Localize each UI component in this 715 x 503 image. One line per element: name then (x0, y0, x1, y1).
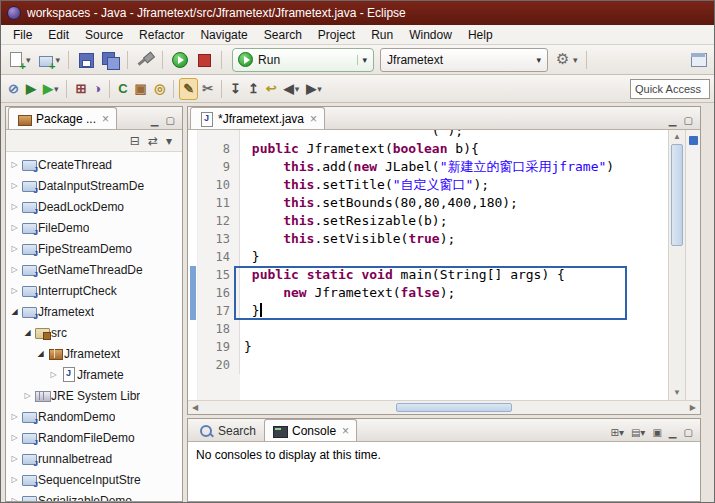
tree-item-jframetext[interactable]: ◢Jframetext (6, 343, 182, 364)
display-selected-console-icon[interactable]: ▤▾ (629, 427, 647, 438)
code-line[interactable]: ("); (198, 130, 668, 140)
expand-arrow-icon[interactable]: ▷ (21, 391, 34, 400)
overview-marker[interactable] (689, 136, 698, 145)
run-last-launched-button[interactable]: ▶▾ (40, 78, 62, 100)
minimize-view-icon[interactable]: ▁ (149, 115, 161, 126)
close-view-icon[interactable]: × (102, 113, 109, 125)
back-button[interactable]: ◀▾ (281, 78, 303, 100)
maximize-view-icon[interactable]: ▢ (164, 115, 177, 126)
last-edit-location-button[interactable]: ↩ (263, 78, 280, 100)
config-dropdown-arrow-icon[interactable]: ▾ (537, 55, 542, 65)
menu-navigate[interactable]: Navigate (192, 26, 255, 44)
expand-arrow-icon[interactable]: ▷ (8, 496, 21, 501)
tree-item-jre-system-libr[interactable]: ▷JRE System Libr (6, 385, 182, 406)
expand-arrow-icon[interactable]: ▷ (8, 181, 21, 190)
minimize-panel-icon[interactable]: ▁ (667, 427, 679, 438)
tree-item-jframetext[interactable]: ◢Jframetext (6, 301, 182, 322)
expand-arrow-icon[interactable]: ▷ (8, 265, 21, 274)
quick-access-box[interactable]: Quick Access (630, 79, 710, 99)
code-line-11[interactable]: 11 this.setBounds(80,80,400,180); (198, 194, 668, 212)
launch-config-select[interactable]: Jframetext▾ (380, 48, 548, 72)
close-console-icon[interactable]: × (342, 425, 349, 437)
code-area[interactable]: (");8 public Jframetext(boolean b){9 thi… (198, 130, 668, 400)
skip-all-breakpoints-button[interactable]: ⊘ (5, 78, 22, 100)
editor-tab[interactable]: *Jframetext.java × (190, 107, 325, 129)
expand-arrow-icon[interactable]: ▷ (8, 475, 21, 484)
open-console-icon[interactable]: ⊞▾ (609, 427, 626, 438)
tree-item-jframete[interactable]: ▷Jframete (6, 364, 182, 385)
code-line-10[interactable]: 10 this.setTitle("自定义窗口"); (198, 176, 668, 194)
expand-arrow-icon[interactable]: ▷ (8, 160, 21, 169)
collapse-arrow-icon[interactable]: ◢ (34, 349, 47, 358)
next-annotation-button[interactable]: ↧ (227, 78, 244, 100)
pin-console-icon[interactable]: ▣ (650, 427, 663, 438)
expand-arrow-icon[interactable]: ▷ (8, 454, 21, 463)
run-button[interactable]: Run▾ (232, 48, 374, 72)
tree-item-randomdemo[interactable]: ▷RandomDemo (6, 406, 182, 427)
code-line-16[interactable]: 16 new Jframetext(false); (198, 284, 668, 302)
menu-refactor[interactable]: Refactor (131, 26, 192, 44)
code-line-13[interactable]: 13 this.setVisible(true); (198, 230, 668, 248)
menu-project[interactable]: Project (310, 26, 363, 44)
tree-item-createthread[interactable]: ▷CreateThread (6, 154, 182, 175)
new-java-package-button[interactable]: ▣ (132, 78, 150, 100)
expand-arrow-icon[interactable]: ▷ (8, 286, 21, 295)
tree-item-deadlockdemo[interactable]: ▷DeadLockDemo (6, 196, 182, 217)
collapse-arrow-icon[interactable]: ◢ (21, 328, 34, 337)
code-line-9[interactable]: 9 this.add(new JLabel("新建立的窗口采用jframe") (198, 158, 668, 176)
tree-item-filedemo[interactable]: ▷FileDemo (6, 217, 182, 238)
launch-settings-button[interactable]: ▾ (552, 48, 580, 72)
code-line-15[interactable]: 15 public static void main(String[] args… (198, 266, 668, 284)
open-type-button[interactable]: ◎ (151, 78, 168, 100)
tree-item-randomfiledemo[interactable]: ▷RandomFileDemo (6, 427, 182, 448)
code-line-12[interactable]: 12 this.setResizable(b); (198, 212, 668, 230)
vertical-scroll-thumb[interactable] (671, 144, 683, 246)
maximize-panel-icon[interactable]: ▢ (682, 427, 695, 438)
run-dropdown-arrow-icon[interactable]: ▾ (357, 55, 368, 65)
view-menu-icon[interactable]: ▾ (164, 134, 174, 148)
mark-occurrences-button[interactable]: ✎ (179, 78, 198, 100)
horizontal-scroll-track[interactable] (202, 401, 686, 414)
close-editor-icon[interactable]: × (310, 113, 317, 125)
expand-arrow-icon[interactable]: ▷ (47, 370, 60, 379)
tree-item-sequenceinputstre[interactable]: ▷SequenceInputStre (6, 469, 182, 490)
expand-arrow-icon[interactable]: ▷ (8, 202, 21, 211)
terminate-button[interactable] (193, 48, 215, 72)
tree-item-interruptcheck[interactable]: ▷InterruptCheck (6, 280, 182, 301)
titlebar[interactable]: workspaces - Java - Jframetext/src/Jfram… (1, 1, 714, 25)
save-all-button[interactable] (99, 48, 121, 72)
menu-run[interactable]: Run (363, 26, 401, 44)
profile-button[interactable]: ◑ (90, 78, 104, 100)
menu-search[interactable]: Search (256, 26, 310, 44)
expand-arrow-icon[interactable]: ▷ (8, 433, 21, 442)
link-with-editor-icon[interactable]: ⇄ (146, 134, 160, 148)
coverage-button[interactable]: ⊞ (72, 78, 89, 100)
new-java-class-button[interactable]: C (115, 78, 130, 100)
expand-arrow-icon[interactable]: ▷ (8, 223, 21, 232)
expand-arrow-icon[interactable]: ▷ (8, 244, 21, 253)
code-line-20[interactable]: 20 (198, 356, 668, 374)
tree-item-serializabledemo[interactable]: ▷SerializableDemo (6, 490, 182, 501)
tree-item-fipestreamdemo[interactable]: ▷FipeStreamDemo (6, 238, 182, 259)
new-java-project-button[interactable]: ▾ (35, 48, 63, 72)
new-wizard-button[interactable]: ▾ (5, 48, 33, 72)
tree-item-src[interactable]: ◢src (6, 322, 182, 343)
expand-arrow-icon[interactable]: ▷ (8, 412, 21, 421)
editor-vertical-scrollbar[interactable]: ▲ ▼ (668, 130, 685, 400)
code-line-19[interactable]: 19} (198, 338, 668, 356)
horizontal-scroll-thumb[interactable] (396, 403, 512, 412)
menu-source[interactable]: Source (77, 26, 131, 44)
code-line-8[interactable]: 8 public Jframetext(boolean b){ (198, 140, 668, 158)
scroll-left-icon[interactable]: ◀ (188, 404, 202, 412)
open-perspective-button[interactable] (688, 48, 710, 72)
menu-window[interactable]: Window (401, 26, 460, 44)
collapse-all-icon[interactable]: ⊟ (128, 134, 142, 148)
menu-file[interactable]: File (5, 26, 40, 44)
scroll-down-icon[interactable]: ▼ (673, 386, 681, 400)
editor-horizontal-scrollbar[interactable]: ◀ ▶ (188, 400, 700, 414)
menu-help[interactable]: Help (460, 26, 501, 44)
save-button[interactable] (75, 48, 97, 72)
debug-last-launched-button[interactable]: ▶ (23, 78, 39, 100)
run-external-tools-button[interactable] (169, 48, 191, 72)
tree-item-runnalbetread[interactable]: ▷runnalbetread (6, 448, 182, 469)
